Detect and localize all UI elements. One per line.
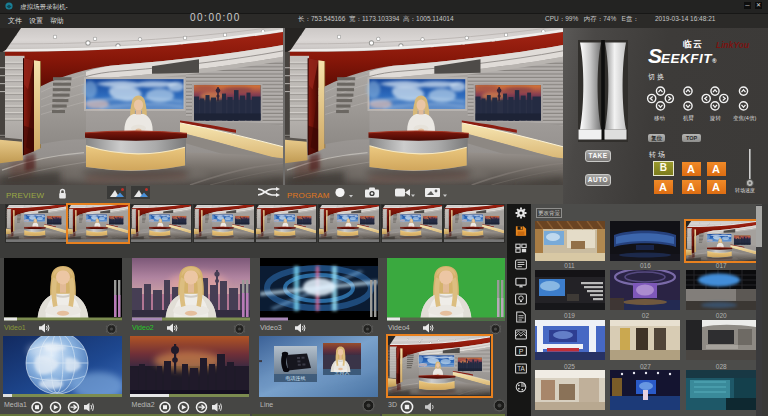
svg-text:P: P — [519, 348, 524, 355]
svg-text:TA: TA — [517, 365, 525, 372]
